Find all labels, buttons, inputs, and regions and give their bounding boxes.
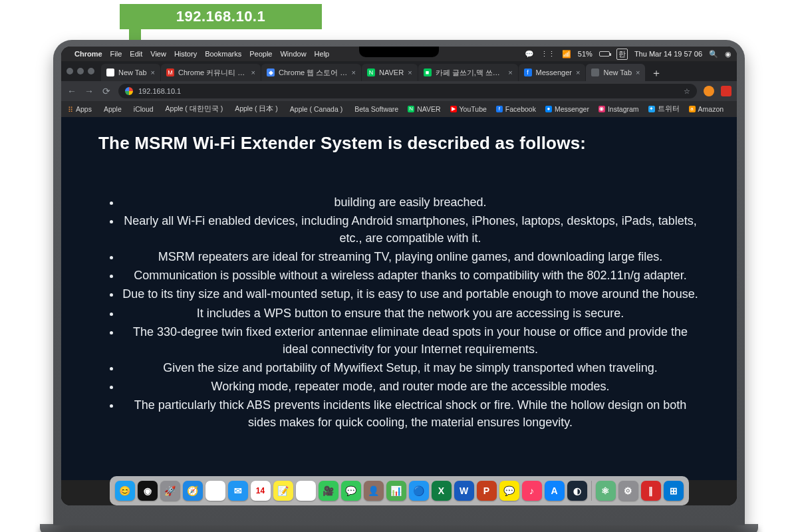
tab-favicon: G <box>106 68 114 76</box>
bookmark-item[interactable]: iCloud <box>131 105 154 113</box>
bookmark-item[interactable]: NNAVER <box>408 105 440 113</box>
maximize-window-dot[interactable] <box>88 68 94 74</box>
dock-app-atom[interactable]: ⚛ <box>596 481 616 501</box>
dock-app-appstore[interactable]: A <box>545 481 565 501</box>
close-tab-icon[interactable]: × <box>508 68 512 76</box>
ip-label-text: 192.168.10.1 <box>176 8 265 25</box>
extension-2-icon[interactable] <box>721 86 732 96</box>
extension-1-icon[interactable] <box>704 86 714 96</box>
feature-bullet: It includes a WPS button to ensure that … <box>121 305 700 322</box>
menu-people[interactable]: People <box>249 50 272 58</box>
bookmark-item[interactable]: ▶YouTube <box>450 105 487 113</box>
dock-app-parallels[interactable]: ∥ <box>641 481 661 501</box>
site-identity-icon[interactable] <box>125 87 133 95</box>
window-traffic-lights[interactable] <box>66 68 94 74</box>
dock-app-chrome[interactable]: ◎ <box>205 481 225 501</box>
bookmark-item[interactable]: Apple ( Canada ) <box>287 105 342 113</box>
siri-menubar-icon[interactable]: ◉ <box>725 50 732 59</box>
dock-app-calendar[interactable]: 14 <box>251 481 271 501</box>
browser-tab[interactable]: ◆Chrome 웹 스토어 - In…× <box>261 64 361 81</box>
dock-app-numbers[interactable]: 📊 <box>386 481 406 501</box>
menubar-clock[interactable]: Thu Mar 14 19 57 06 <box>634 50 702 58</box>
dock-app-notes[interactable]: 📝 <box>273 481 293 501</box>
menu-view[interactable]: View <box>150 50 166 58</box>
menu-window[interactable]: Window <box>280 50 306 58</box>
browser-tab[interactable]: MChrome 커뮤니티 - 'N…× <box>161 64 261 81</box>
bookmark-label: Apple ( 日本 ) <box>235 104 278 114</box>
bookmark-item[interactable]: ●Messenger <box>545 105 589 113</box>
dock-app-excel[interactable]: X <box>432 481 452 501</box>
new-tab-button[interactable]: ＋ <box>648 65 664 81</box>
tab-title: New Tab <box>118 68 147 76</box>
tab-favicon: N <box>367 68 375 76</box>
menubar-app-name[interactable]: Chrome <box>74 50 102 58</box>
bookmark-label: YouTube <box>460 105 487 113</box>
macos-dock: 😊◉🚀🧭◎✉14📝✿🎥💬👤📊🔵XWP💬♪A◐⚛⚙∥⊞ <box>110 476 689 505</box>
dock-app-siri[interactable]: ◉ <box>138 481 158 501</box>
browser-tab[interactable]: fMessenger× <box>519 64 586 81</box>
back-button[interactable]: ← <box>66 86 77 96</box>
forward-button[interactable]: → <box>84 86 94 96</box>
bookmark-star-icon[interactable]: ☆ <box>684 87 690 96</box>
close-tab-icon[interactable]: × <box>408 68 412 76</box>
dock-app-powerpoint[interactable]: P <box>477 481 497 501</box>
dock-app-kakaotalk[interactable]: 💬 <box>499 481 519 501</box>
spotlight-icon[interactable]: 🔍 <box>709 50 718 59</box>
bookmark-item[interactable]: aAmazon <box>689 105 724 113</box>
dock-app-launchpad[interactable]: 🚀 <box>160 481 180 501</box>
menu-edit[interactable]: Edit <box>130 50 142 58</box>
bookmark-item[interactable]: Apple ( 대한민국 ) <box>163 104 223 114</box>
dock-app-contacts[interactable]: 👤 <box>364 481 384 501</box>
tab-favicon: ◆ <box>267 68 275 76</box>
close-window-dot[interactable] <box>66 68 73 74</box>
menu-file[interactable]: File <box>110 50 122 58</box>
dock-app-facetime[interactable]: 🎥 <box>319 481 338 501</box>
menu-history[interactable]: History <box>174 50 197 58</box>
battery-icon[interactable] <box>599 51 610 57</box>
address-bar[interactable]: 192.168.10.1 ☆ <box>118 84 697 98</box>
tab-title: NAVER <box>379 68 404 76</box>
bookmark-label: Amazon <box>698 105 724 113</box>
dock-app-word[interactable]: W <box>454 481 474 501</box>
tab-title: New Tab <box>603 68 632 76</box>
browser-tab[interactable]: NNAVER× <box>362 64 418 81</box>
menu-help[interactable]: Help <box>315 50 330 58</box>
minimize-window-dot[interactable] <box>77 68 84 74</box>
bookmark-item[interactable]: Apple ( 日本 ) <box>232 104 278 114</box>
close-tab-icon[interactable]: × <box>576 68 580 76</box>
dock-app-keynote[interactable]: 🔵 <box>409 481 429 501</box>
close-tab-icon[interactable]: × <box>151 68 155 76</box>
reload-button[interactable]: ⟳ <box>101 86 112 96</box>
chrome-toolbar: ← → ⟳ 192.168.10.1 ☆ <box>61 81 737 101</box>
wifi-icon[interactable]: 📶 <box>562 50 571 59</box>
dock-app-windows[interactable]: ⊞ <box>664 481 684 501</box>
bookmark-item[interactable]: ⠿Apps <box>68 105 92 113</box>
close-tab-icon[interactable]: × <box>352 68 356 76</box>
bookmark-item[interactable]: Apple <box>101 105 122 113</box>
notch <box>359 47 439 57</box>
dock-app-messages[interactable]: 💬 <box>341 481 361 501</box>
feature-bullet: Nearly all Wi-Fi enabled devices, includ… <box>121 212 700 247</box>
dock-app-photos[interactable]: ✿ <box>296 481 316 501</box>
bookmark-item[interactable]: Beta Software <box>352 105 398 113</box>
bookmark-item[interactable]: ✦트위터 <box>648 104 680 114</box>
dock-app-mail[interactable]: ✉ <box>228 481 248 501</box>
dock-app-finder[interactable]: 😊 <box>115 481 135 501</box>
feature-bullet: The particularly thick ABS prevents inci… <box>121 396 700 431</box>
wifi-status-icon[interactable]: ⋮⋮ <box>541 50 555 59</box>
chat-status-icon[interactable]: 💬 <box>525 50 534 59</box>
bookmark-label: Messenger <box>555 105 589 113</box>
dock-app-system-prefs[interactable]: ⚙ <box>618 481 638 501</box>
dock-app-safari[interactable]: 🧭 <box>183 481 203 501</box>
input-source-icon[interactable]: 한 <box>616 49 628 60</box>
dock-app-steam[interactable]: ◐ <box>567 481 587 501</box>
close-tab-icon[interactable]: × <box>636 68 640 76</box>
browser-tab[interactable]: GNew Tab× <box>101 64 160 81</box>
browser-tab[interactable]: ■카페 글쓰기,맥 쓰는 사람…× <box>418 64 518 81</box>
browser-tab[interactable]: New Tab× <box>586 64 645 81</box>
dock-app-itunes[interactable]: ♪ <box>522 481 542 501</box>
close-tab-icon[interactable]: × <box>251 68 255 76</box>
menu-bookmarks[interactable]: Bookmarks <box>205 50 241 58</box>
bookmark-item[interactable]: fFacebook <box>496 105 536 113</box>
bookmark-item[interactable]: ◉Instagram <box>598 105 639 113</box>
